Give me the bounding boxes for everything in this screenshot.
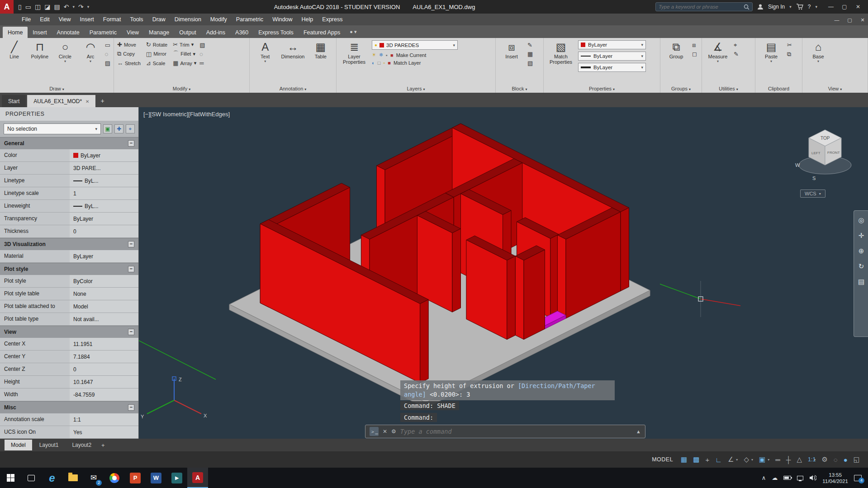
autocad-taskbar-button[interactable]: A <box>187 468 208 488</box>
panel-modify-caption[interactable]: Modify ▾ <box>114 85 249 93</box>
tab-output[interactable]: Output <box>174 27 201 38</box>
prop-row-center-x[interactable]: Center X 11.1951 <box>0 338 138 351</box>
erase-icon[interactable]: ▧ <box>199 42 205 48</box>
tab-a360[interactable]: A360 <box>230 27 253 38</box>
zoom-icon[interactable]: ⊕ <box>859 247 864 255</box>
menu-express[interactable]: Express <box>318 16 347 23</box>
panel-groups-caption[interactable]: Groups ▾ <box>660 85 702 93</box>
select-objects-icon[interactable]: ✚ <box>114 124 123 133</box>
file-tab-start[interactable]: Start <box>2 95 26 107</box>
paste-button[interactable]: ▤ Paste ▾ <box>759 40 784 63</box>
menu-modify[interactable]: Modify <box>206 16 232 23</box>
clean-screen-icon[interactable]: ◱ <box>854 455 860 464</box>
move-button[interactable]: ✚Move <box>117 41 141 48</box>
prop-row-center-z[interactable]: Center Z 0 <box>0 363 138 376</box>
steering-wheel-icon[interactable]: ◎ <box>858 216 864 224</box>
section-general[interactable]: General− <box>0 137 138 149</box>
object-snap-icon[interactable]: ▣ <box>759 455 765 464</box>
menu-help[interactable]: Help <box>297 16 318 23</box>
sign-in-caret-icon[interactable]: ▾ <box>789 5 792 9</box>
arc-caret-icon[interactable]: ▾ <box>90 59 91 63</box>
menu-insert[interactable]: Insert <box>76 16 99 23</box>
quick-select-palette-icon[interactable]: ⌖ <box>126 124 135 133</box>
prop-row-plot-style-table[interactable]: Plot style table None <box>0 288 138 300</box>
block-define-icon[interactable]: ▦ <box>527 51 533 57</box>
file-explorer-button[interactable] <box>62 468 83 488</box>
search-input[interactable] <box>659 4 744 9</box>
tab-annotate[interactable]: Annotate <box>52 27 85 38</box>
3d-model[interactable] <box>229 123 650 408</box>
lineweight-dropdown[interactable]: ByLayer ▾ <box>578 63 646 72</box>
section-view[interactable]: View− <box>0 326 138 338</box>
collapse-icon[interactable]: − <box>128 404 134 411</box>
panel-annotation-caption[interactable]: Annotation ▾ <box>250 85 336 93</box>
model-space-indicator[interactable]: MODEL <box>652 456 673 463</box>
prop-row-plot-table-type[interactable]: Plot table type Not avail... <box>0 313 138 326</box>
minimize-icon[interactable]: — <box>825 4 837 10</box>
tray-chevron-icon[interactable]: ∧ <box>762 474 766 481</box>
word-button[interactable]: W <box>146 468 166 488</box>
layer-dropdown[interactable]: ● 3D PAREDES ▾ <box>372 40 458 50</box>
circle-caret-icon[interactable]: ▾ <box>64 59 66 63</box>
mdi-minimize-icon[interactable]: — <box>831 17 842 23</box>
cart-icon[interactable] <box>796 4 803 10</box>
copy-clip-icon[interactable]: ⧉ <box>787 51 792 57</box>
panel-draw-caption[interactable]: Draw ▾ <box>0 85 114 93</box>
command-input[interactable] <box>400 428 632 435</box>
start-button[interactable] <box>0 468 21 488</box>
layer-dropdown-caret-icon[interactable]: ▾ <box>453 43 455 47</box>
command-close-icon[interactable]: ✕ <box>383 428 387 435</box>
insert-button[interactable]: ⧈ Insert <box>499 40 524 59</box>
save-icon[interactable]: ◫ <box>35 3 41 10</box>
maximize-icon[interactable]: ▢ <box>838 4 851 10</box>
grid-icon[interactable]: ▦ <box>681 455 687 464</box>
showmotion-icon[interactable]: ▤ <box>858 278 864 286</box>
new-layout-button[interactable]: + <box>101 442 105 449</box>
stretch-button[interactable]: ↔Stretch <box>117 60 141 66</box>
array-button[interactable]: ▦Array ▾ <box>173 60 196 66</box>
collapse-icon[interactable]: − <box>128 266 134 272</box>
dimension-button[interactable]: ↔ Dimension <box>280 40 305 59</box>
command-line[interactable]: ＞_ ✕ ⚙ ▲ <box>365 425 645 438</box>
explode-icon[interactable]: ◌ <box>199 51 205 57</box>
base-button[interactable]: ⌂ Base ▾ <box>806 40 831 63</box>
tab-view[interactable]: View <box>122 27 144 38</box>
ortho-icon[interactable]: ∟ <box>715 456 722 464</box>
tab-add-ins[interactable]: Add-ins <box>201 27 230 38</box>
collapse-icon[interactable]: − <box>128 329 134 335</box>
match-layer-button[interactable]: ◐ □ ▫ ■ Match Layer <box>372 60 458 66</box>
rotate-button[interactable]: ↻Rotate <box>146 41 167 48</box>
linetype-dropdown[interactable]: ByLayer ▾ <box>578 52 646 61</box>
panel-view-caption[interactable]: View ▾ <box>802 85 868 93</box>
prop-row-plot-table-attached[interactable]: Plot table attached to Model <box>0 300 138 313</box>
help-caret-icon[interactable]: ▾ <box>815 5 817 9</box>
volume-icon[interactable] <box>809 475 816 481</box>
tab-express-tools[interactable]: Express Tools <box>253 27 299 38</box>
movies-tv-button[interactable]: ▶ <box>166 468 187 488</box>
isodraft-icon[interactable]: ◇ <box>744 455 749 464</box>
command-history-up-icon[interactable]: ▲ <box>636 429 641 434</box>
command-search-icon[interactable]: ⚙ <box>391 428 396 435</box>
scale-button[interactable]: ⊿Scale <box>146 60 167 66</box>
panel-properties-caption[interactable]: Properties ▾ <box>544 85 660 93</box>
make-current-button[interactable]: ☀ ❄ ▪ ■ Make Current <box>372 52 458 58</box>
open-file-icon[interactable]: ▭ <box>25 3 31 10</box>
hatch-icon[interactable]: ▨ <box>105 60 110 66</box>
prop-row-linetype[interactable]: Linetype ByL... <box>0 175 138 187</box>
file-tab-close-icon[interactable]: ✕ <box>85 99 89 104</box>
prop-row-width[interactable]: Width -84.7559 <box>0 389 138 401</box>
measure-button[interactable]: ∡ Measure ▾ <box>705 40 730 63</box>
undo-icon[interactable]: ↶ <box>64 3 69 10</box>
menu-parametric[interactable]: Parametric <box>232 16 268 23</box>
prop-row-center-y[interactable]: Center Y 7.1884 <box>0 351 138 363</box>
panel-layers-caption[interactable]: Layers ▾ <box>337 85 495 93</box>
prop-row-ucs-icon-on[interactable]: UCS icon On Yes <box>0 426 138 439</box>
prop-row-thickness[interactable]: Thickness 0 <box>0 225 138 238</box>
tab-featured-apps[interactable]: Featured Apps <box>299 27 345 38</box>
tab-parametric[interactable]: Parametric <box>85 27 122 38</box>
tab-layout1[interactable]: Layout1 <box>33 440 65 450</box>
menu-view[interactable]: View <box>54 16 76 23</box>
tab-model[interactable]: Model <box>5 440 32 450</box>
toggle-pickadd-icon[interactable]: ▣ <box>103 124 112 133</box>
object-color-dropdown[interactable]: ByLayer ▾ <box>578 40 646 49</box>
